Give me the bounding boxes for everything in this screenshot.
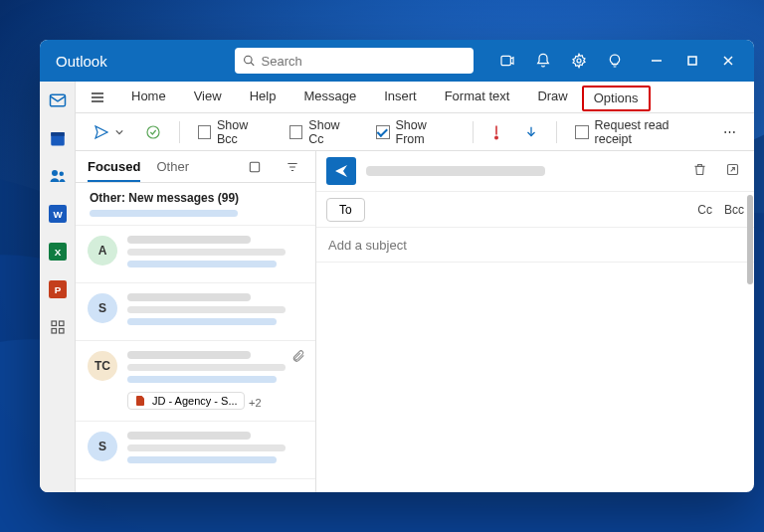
more-apps-icon[interactable] <box>45 314 71 340</box>
search-box[interactable] <box>235 48 474 74</box>
svg-text:X: X <box>54 247 61 258</box>
tab-home[interactable]: Home <box>117 82 180 113</box>
mail-item[interactable]: A <box>76 226 315 283</box>
avatar: S <box>88 432 117 461</box>
filter-icon[interactable] <box>282 156 303 182</box>
show-bcc-checkbox[interactable]: Show Bcc <box>190 118 276 146</box>
compose-pane: To Cc Bcc <box>316 151 754 492</box>
discard-icon[interactable] <box>688 158 711 185</box>
word-app-icon[interactable]: W <box>45 201 71 227</box>
svg-rect-22 <box>52 329 57 334</box>
svg-point-12 <box>52 170 58 176</box>
encrypt-button[interactable] <box>137 118 169 146</box>
ribbon-options-row: Show Bcc Show Cc Show From Request read … <box>76 113 754 151</box>
show-from-label: Show From <box>396 118 455 146</box>
tab-insert[interactable]: Insert <box>370 82 431 113</box>
minimize-button[interactable] <box>639 40 674 82</box>
request-read-receipt-label: Request read receipt <box>595 118 702 146</box>
mail-app-icon[interactable] <box>45 88 71 113</box>
mail-item[interactable]: S <box>76 422 315 479</box>
settings-icon[interactable] <box>563 45 595 77</box>
svg-text:W: W <box>53 209 63 220</box>
search-icon <box>243 54 256 68</box>
list-group-header[interactable]: Other: New messages (99) <box>76 183 315 226</box>
hamburger-menu[interactable] <box>84 84 111 111</box>
send-button[interactable] <box>326 157 356 185</box>
show-from-checkbox[interactable]: Show From <box>368 118 462 146</box>
tips-icon[interactable] <box>599 45 631 77</box>
attachment-chip[interactable]: JD - Agency - S... <box>127 392 245 410</box>
bcc-toggle[interactable]: Bcc <box>724 203 744 217</box>
scrollbar-thumb[interactable] <box>747 195 753 284</box>
popout-icon[interactable] <box>721 158 744 185</box>
low-importance-button[interactable] <box>516 118 546 146</box>
svg-rect-21 <box>59 321 64 326</box>
to-row[interactable]: To Cc Bcc <box>316 192 754 228</box>
show-cc-checkbox[interactable]: Show Cc <box>282 118 362 146</box>
to-button[interactable]: To <box>326 198 365 222</box>
people-app-icon[interactable] <box>45 163 71 189</box>
mail-item[interactable]: S <box>76 283 315 341</box>
avatar: TC <box>88 351 117 381</box>
svg-point-13 <box>59 172 64 177</box>
outlook-window: Outlook W X P <box>40 40 754 492</box>
subject-row[interactable] <box>316 228 754 263</box>
message-list-pane: Focused Other Other: New messages (99) A… <box>76 151 316 492</box>
avatar: A <box>88 236 117 266</box>
calendar-app-icon[interactable] <box>45 125 71 151</box>
svg-rect-11 <box>51 132 65 136</box>
svg-rect-20 <box>52 321 57 326</box>
subject-input[interactable] <box>328 238 742 253</box>
excel-app-icon[interactable]: X <box>45 239 71 265</box>
search-input[interactable] <box>262 54 466 69</box>
svg-rect-23 <box>59 329 64 334</box>
svg-rect-31 <box>250 162 259 171</box>
avatar: S <box>88 293 117 323</box>
high-importance-button[interactable] <box>482 118 510 146</box>
bell-icon[interactable] <box>527 45 559 77</box>
divider <box>473 121 474 143</box>
svg-rect-3 <box>501 56 510 65</box>
divider <box>556 121 557 143</box>
maximize-button[interactable] <box>674 40 710 82</box>
tab-draw[interactable]: Draw <box>523 82 581 113</box>
from-address-redacted <box>366 166 545 176</box>
powerpoint-app-icon[interactable]: P <box>45 276 71 302</box>
select-mode-icon[interactable] <box>244 156 266 182</box>
cc-toggle[interactable]: Cc <box>697 203 712 217</box>
titlebar: Outlook <box>40 40 754 82</box>
svg-line-2 <box>251 63 254 66</box>
more-options-button[interactable]: ⋯ <box>715 118 744 146</box>
app-rail: W X P <box>40 82 76 492</box>
app-title: Outlook <box>56 53 107 70</box>
divider <box>179 121 180 143</box>
folder-tab-other[interactable]: Other <box>156 159 189 182</box>
mail-item[interactable]: TC JD - Agency - S... +2 <box>76 341 315 422</box>
svg-point-29 <box>495 136 497 138</box>
compose-body[interactable] <box>316 263 754 492</box>
attachment-icon <box>291 349 305 367</box>
tab-options[interactable]: Options <box>582 86 651 111</box>
tab-view[interactable]: View <box>180 82 236 113</box>
request-read-receipt-checkbox[interactable]: Request read receipt <box>567 118 709 146</box>
tab-help[interactable]: Help <box>236 82 290 113</box>
show-bcc-label: Show Bcc <box>217 118 268 146</box>
svg-point-4 <box>577 59 581 63</box>
tab-message[interactable]: Message <box>289 82 370 113</box>
svg-point-1 <box>244 56 251 63</box>
svg-text:P: P <box>54 284 61 295</box>
tab-format-text[interactable]: Format text <box>431 82 524 113</box>
sensitivity-button[interactable] <box>86 118 131 146</box>
meet-icon[interactable] <box>491 45 523 77</box>
show-cc-label: Show Cc <box>308 118 354 146</box>
svg-rect-6 <box>688 57 696 65</box>
close-button[interactable] <box>710 40 746 82</box>
svg-point-27 <box>147 126 159 138</box>
folder-tab-focused[interactable]: Focused <box>88 159 140 182</box>
ribbon-tabs: Home View Help Message Insert Format tex… <box>76 82 754 113</box>
